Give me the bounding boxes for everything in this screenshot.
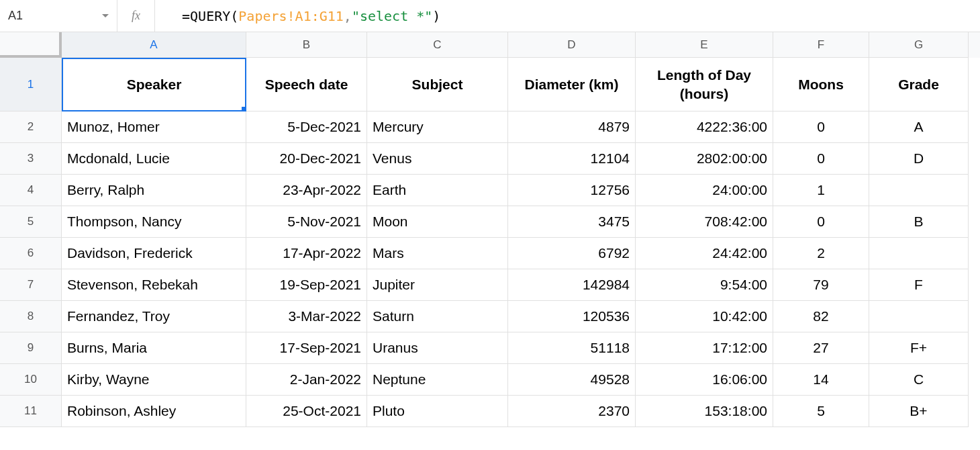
column-header-D[interactable]: D [508, 32, 636, 58]
cell-A11[interactable]: Robinson, Ashley [62, 396, 246, 427]
cell-E10[interactable]: 16:06:00 [636, 364, 773, 396]
cell-E11[interactable]: 153:18:00 [636, 396, 773, 427]
row-header-5[interactable]: 5 [0, 206, 62, 238]
cell-A5[interactable]: Thompson, Nancy [62, 206, 246, 238]
cell-B9[interactable]: 17-Sep-2021 [246, 332, 367, 364]
cell-A9[interactable]: Burns, Maria [62, 332, 246, 364]
cell-G4[interactable] [869, 175, 969, 206]
cell-B10[interactable]: 2-Jan-2022 [246, 364, 367, 396]
cell-B11[interactable]: 25-Oct-2021 [246, 396, 367, 427]
cell-D5[interactable]: 3475 [508, 206, 636, 238]
cell-F1[interactable]: Moons [773, 58, 869, 111]
cell-D7[interactable]: 142984 [508, 269, 636, 301]
cell-E9[interactable]: 17:12:00 [636, 332, 773, 364]
cell-G5[interactable]: B [869, 206, 969, 238]
cell-G9[interactable]: F+ [869, 332, 969, 364]
cell-B8[interactable]: 3-Mar-2022 [246, 301, 367, 332]
row-header-2[interactable]: 2 [0, 111, 62, 143]
row-header-1[interactable]: 1 [0, 58, 62, 111]
cell-F3[interactable]: 0 [773, 143, 869, 175]
cell-C5[interactable]: Moon [367, 206, 508, 238]
name-box[interactable]: A1 [0, 0, 117, 32]
cell-F11[interactable]: 5 [773, 396, 869, 427]
cell-A10[interactable]: Kirby, Wayne [62, 364, 246, 396]
cell-G7[interactable]: F [869, 269, 969, 301]
cell-C3[interactable]: Venus [367, 143, 508, 175]
cell-C10[interactable]: Neptune [367, 364, 508, 396]
column-header-C[interactable]: C [367, 32, 508, 58]
cell-F8[interactable]: 82 [773, 301, 869, 332]
cell-G1[interactable]: Grade [869, 58, 969, 111]
cell-A8[interactable]: Fernandez, Troy [62, 301, 246, 332]
column-header-A[interactable]: A [62, 32, 246, 58]
cell-D10[interactable]: 49528 [508, 364, 636, 396]
cell-G11[interactable]: B+ [869, 396, 969, 427]
row-header-9[interactable]: 9 [0, 332, 62, 364]
row-header-10[interactable]: 10 [0, 364, 62, 396]
cell-C11[interactable]: Pluto [367, 396, 508, 427]
cell-C2[interactable]: Mercury [367, 111, 508, 143]
cell-B2[interactable]: 5-Dec-2021 [246, 111, 367, 143]
cell-D3[interactable]: 12104 [508, 143, 636, 175]
cell-E4[interactable]: 24:00:00 [636, 175, 773, 206]
cell-D9[interactable]: 51118 [508, 332, 636, 364]
cell-C7[interactable]: Jupiter [367, 269, 508, 301]
select-all-corner[interactable] [0, 32, 62, 58]
cell-F10[interactable]: 14 [773, 364, 869, 396]
cell-A1[interactable]: Speaker [62, 58, 246, 111]
row-header-3[interactable]: 3 [0, 143, 62, 175]
cell-D1[interactable]: Diameter (km) [508, 58, 636, 111]
cell-G3[interactable]: D [869, 143, 969, 175]
cell-D6[interactable]: 6792 [508, 238, 636, 269]
cell-E1[interactable]: Length of Day (hours) [636, 58, 773, 111]
cell-E8[interactable]: 10:42:00 [636, 301, 773, 332]
cell-D4[interactable]: 12756 [508, 175, 636, 206]
row-header-4[interactable]: 4 [0, 175, 62, 206]
cell-F6[interactable]: 2 [773, 238, 869, 269]
cell-F4[interactable]: 1 [773, 175, 869, 206]
cell-G2[interactable]: A [869, 111, 969, 143]
row-header-8[interactable]: 8 [0, 301, 62, 332]
cell-C1[interactable]: Subject [367, 58, 508, 111]
row-header-6[interactable]: 6 [0, 238, 62, 269]
cell-G6[interactable] [869, 238, 969, 269]
cell-B4[interactable]: 23-Apr-2022 [246, 175, 367, 206]
cell-F5[interactable]: 0 [773, 206, 869, 238]
cell-C8[interactable]: Saturn [367, 301, 508, 332]
cell-A6[interactable]: Davidson, Frederick [62, 238, 246, 269]
column-header-F[interactable]: F [773, 32, 869, 58]
cell-A7[interactable]: Stevenson, Rebekah [62, 269, 246, 301]
cell-E7[interactable]: 9:54:00 [636, 269, 773, 301]
cell-A4[interactable]: Berry, Ralph [62, 175, 246, 206]
cell-B7[interactable]: 19-Sep-2021 [246, 269, 367, 301]
cell-D2[interactable]: 4879 [508, 111, 636, 143]
cell-C6[interactable]: Mars [367, 238, 508, 269]
cell-C4[interactable]: Earth [367, 175, 508, 206]
cell-D11[interactable]: 2370 [508, 396, 636, 427]
cell-A2[interactable]: Munoz, Homer [62, 111, 246, 143]
column-header-E[interactable]: E [636, 32, 773, 58]
cell-G8[interactable] [869, 301, 969, 332]
cell-B1[interactable]: Speech date [246, 58, 367, 111]
column-header-B[interactable]: B [246, 32, 367, 58]
cell-B3[interactable]: 20-Dec-2021 [246, 143, 367, 175]
cell-E6[interactable]: 24:42:00 [636, 238, 773, 269]
cell-E2[interactable]: 4222:36:00 [636, 111, 773, 143]
cell-B6[interactable]: 17-Apr-2022 [246, 238, 367, 269]
column-header-G[interactable]: G [869, 32, 969, 58]
cell-E3[interactable]: 2802:00:00 [636, 143, 773, 175]
chevron-down-icon[interactable] [102, 14, 109, 17]
cell-E5[interactable]: 708:42:00 [636, 206, 773, 238]
row-header-7[interactable]: 7 [0, 269, 62, 301]
cell-A3[interactable]: Mcdonald, Lucie [62, 143, 246, 175]
cell-F7[interactable]: 79 [773, 269, 869, 301]
cell-F9[interactable]: 27 [773, 332, 869, 364]
cell-G10[interactable]: C [869, 364, 969, 396]
cell-C9[interactable]: Uranus [367, 332, 508, 364]
formula-open-paren: ( [230, 8, 238, 24]
cell-D8[interactable]: 120536 [508, 301, 636, 332]
formula-input[interactable]: =QUERY(Papers!A1:G11,"select *") [155, 0, 980, 32]
row-header-11[interactable]: 11 [0, 396, 62, 427]
cell-F2[interactable]: 0 [773, 111, 869, 143]
cell-B5[interactable]: 5-Nov-2021 [246, 206, 367, 238]
